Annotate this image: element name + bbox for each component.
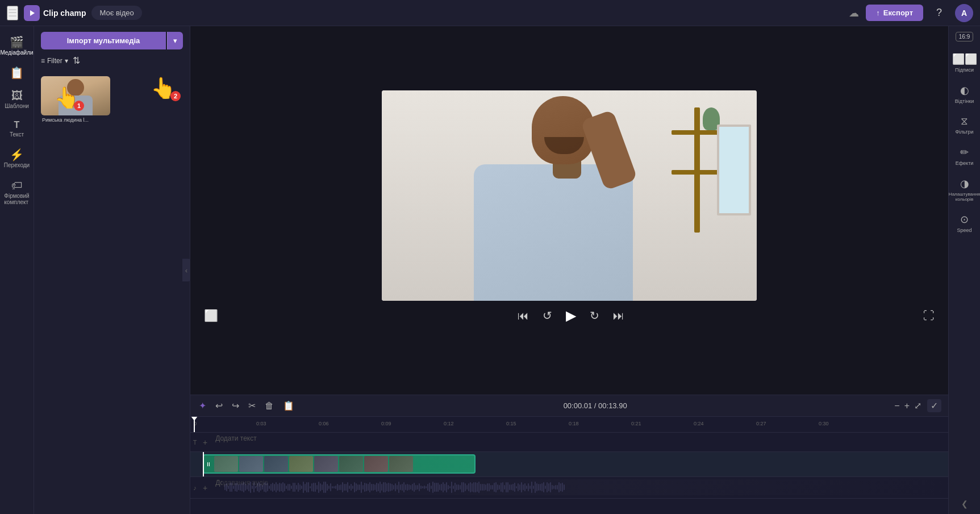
go-to-start-button[interactable]: ⏮ [515,307,531,325]
ruler-tick-8: 0:24 [694,421,704,426]
media-thumb-0[interactable] [41,76,110,115]
clip-thumb-2 [239,456,263,472]
rewind-5-button[interactable]: ↺ [540,306,554,325]
avatar-button[interactable]: A [955,4,973,22]
right-sidebar-item-subtitles[interactable]: ⬜⬜ Підписи [950,48,979,77]
collapse-panel-button[interactable]: ‹ [182,259,190,281]
go-to-end-button[interactable]: ⏭ [611,307,627,325]
filter-button[interactable]: ≡ Filter ▾ [41,57,68,65]
media-thumbnail-0[interactable]: Римська людина l... [41,76,110,125]
text-track-row: T + Додати текст [190,433,948,452]
filters-label: Фільтри [955,129,973,135]
text-track-add-button[interactable]: + [199,438,211,447]
right-sidebar-item-speed[interactable]: ⊙ Speed [950,209,979,238]
clip-thumb-3 [264,456,288,472]
right-sidebar-item-visuals[interactable]: ◐ Відтінки [950,80,979,109]
sidebar-item-brand[interactable]: 🏷 Фірмовий комплект [2,175,32,210]
sidebar-item-media[interactable]: 🎬 Медіафайли [2,32,32,60]
fullscreen-button[interactable]: ⛶ [921,307,937,325]
video-controls-row: ⬜ ⏮ ↺ ▶ ↻ ⏭ ⛶ [190,301,948,330]
window [717,125,751,215]
video-clip[interactable]: ⏸ [203,454,476,474]
ruler-tick-9: 0:27 [756,421,766,426]
redo-button[interactable]: ↪ [230,399,241,413]
zoom-in-button[interactable]: + [904,401,910,411]
export-icon: ↑ [876,9,880,17]
my-video-button[interactable]: Моє відео [91,6,141,20]
aspect-ratio-badge[interactable]: 16:9 [956,32,973,42]
right-sidebar-item-color[interactable]: ◑ Налаштування кольорів [950,173,979,206]
video-track-content[interactable]: ⏸ [199,452,948,476]
timeline-area: ✦ ↩ ↪ ✂ 🗑 📋 00:00.01 / 00:13.90 − + ⤢ ✓ [190,395,948,514]
help-button[interactable]: ? [930,4,948,22]
zoom-out-button[interactable]: − [894,401,899,411]
zoom-controls: − + ⤢ [894,400,921,411]
cut-button[interactable]: ✂ [247,399,257,413]
video-content [382,90,757,301]
forward-5-button[interactable]: ↻ [587,306,602,325]
play-button[interactable]: ▶ [564,305,578,326]
ruler-tick-2: 0:06 [319,421,329,426]
speed-icon: ⊙ [960,213,969,226]
clip-thumb-7 [364,456,388,472]
ruler-tick-4: 0:12 [444,421,454,426]
clip-thumb-5 [314,456,338,472]
media-icon: 🎬 [10,36,24,48]
sidebar-item-transitions[interactable]: ⚡ Переходи [2,144,32,173]
zoom-fit-button[interactable]: ⤢ [914,400,921,411]
add-to-timeline-button[interactable]: 📋 [281,399,296,413]
import-button-row: Імпорт мультимедіа ▾ [41,32,183,49]
audio-track-add-button[interactable]: + [199,483,211,492]
color-icon: ◑ [960,177,969,190]
media-thumb-label-0: Римська людина l... [41,115,110,125]
logo-text: Clip champ [43,9,86,18]
filter-icon: ≡ [41,57,45,65]
filter-row: ≡ Filter ▾ ⇅ [41,55,183,66]
cursor-tool-button[interactable]: ✦ [197,399,208,413]
ruler-tick-6: 0:18 [569,421,579,426]
sort-button[interactable]: ⇅ [73,55,80,66]
import-caret-button[interactable]: ▾ [167,32,183,49]
sidebar-item-label-transitions: Переходи [4,162,30,168]
hamburger-button[interactable]: ☰ [7,6,18,20]
effects-icon: ✏ [960,146,969,159]
subtitles-label: Підписи [955,67,974,73]
captions-button[interactable]: ⬜ [202,306,220,325]
sidebar-item-label-templates: Шаблони [5,103,29,109]
left-sidebar: 🎬 Медіафайли 📋 🖼 Шаблони T Текст ⚡ Перех… [0,26,34,514]
logo-icon [24,5,40,21]
timeline-dropdown-button[interactable]: ✓ [927,399,941,412]
ruler-tick-7: 0:21 [631,421,641,426]
waveform-bars [224,479,946,495]
clip-pause-icon: ⏸ [206,461,211,467]
clip-thumb-8 [389,456,413,472]
delete-button[interactable]: 🗑 [263,399,276,413]
audio-track-content: Додавання аудіо [211,477,948,498]
ruler-tick-5: 0:15 [506,421,516,426]
export-button[interactable]: ↑ Експорт [866,5,923,21]
undo-button[interactable]: ↩ [214,399,224,413]
sidebar-item-templates[interactable]: 🖼 Шаблони [2,85,32,114]
cloud-icon: ☁ [849,7,859,19]
shelf-h2 [672,170,723,175]
sidebar-item-label-media: Медіафайли [0,49,33,56]
right-sidebar-item-effects[interactable]: ✏ Ефекти [950,142,979,171]
clip-thumbnails [205,456,413,472]
clip-thumb-6 [339,456,363,472]
right-sidebar-collapse-button[interactable]: ❮ [961,499,968,508]
brand-icon: 🏷 [11,180,23,191]
sidebar-item-text[interactable]: T Текст [2,116,32,142]
topbar: ☰ Clip champ Моє відео ☁ ↑ Експорт ? A [0,0,980,26]
audio-track-label: ♪ [190,484,199,491]
playhead-ruler[interactable] [194,417,195,432]
templates-icon: 🖼 [11,90,23,101]
right-sidebar-item-filters[interactable]: ⧖ Фільтри [950,111,979,139]
sidebar-item-registry[interactable]: 📋 [2,63,32,83]
subtitles-icon: ⬜⬜ [952,53,977,65]
thumb-person-0 [41,76,110,115]
video-frame [382,90,757,301]
sidebar-item-label-text: Текст [10,131,24,138]
filters-icon: ⧖ [961,115,968,127]
import-media-button[interactable]: Імпорт мультимедіа [41,32,166,49]
time-display: 00:00.01 / 00:13.90 [302,401,889,410]
